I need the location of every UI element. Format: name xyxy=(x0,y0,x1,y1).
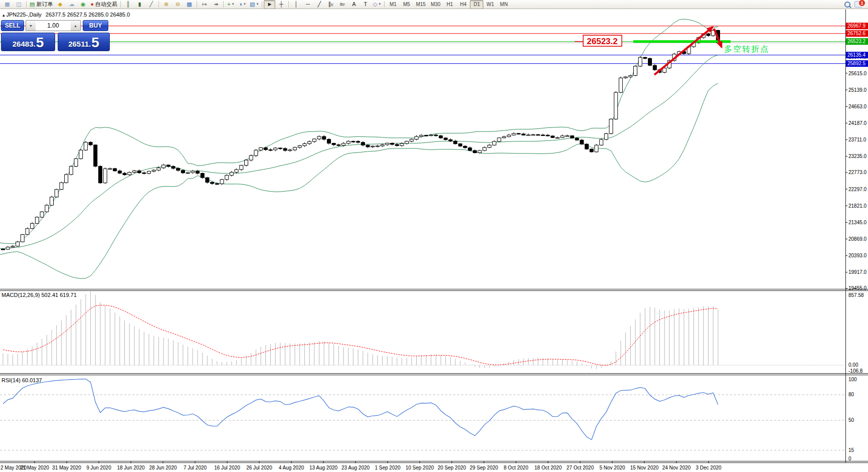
notifications-icon[interactable]: 1 xyxy=(854,1,862,8)
line-chart-icon: ╱ xyxy=(149,1,153,8)
candle-body xyxy=(604,133,608,139)
date-label: 10 Sep 2020 xyxy=(406,465,434,470)
candle-body xyxy=(65,175,68,183)
timeframe-d1[interactable]: D1 xyxy=(470,0,483,9)
chart-window-icon[interactable]: ▦ xyxy=(2,0,13,9)
line-chart-icon[interactable]: ╱ xyxy=(145,0,157,9)
candle-body xyxy=(410,139,413,141)
candle-body xyxy=(483,147,486,150)
candle-body xyxy=(152,170,155,171)
candle-body xyxy=(206,178,209,182)
zoom-in-icon[interactable]: ⊕ xyxy=(160,0,172,9)
candle-body xyxy=(35,217,39,223)
auto-scroll-icon[interactable]: ↠ xyxy=(210,0,222,9)
signals-icon[interactable]: ◉ xyxy=(77,0,89,9)
candle-body xyxy=(337,145,340,146)
candlestick-chart-icon[interactable]: ▮ xyxy=(134,0,145,9)
date-label: 29 Sep 2020 xyxy=(470,465,498,470)
vertical-line-button[interactable]: │ xyxy=(290,0,302,9)
indicators-button[interactable]: +▼ xyxy=(225,0,237,9)
timeframe-m30[interactable]: M30 xyxy=(428,0,443,9)
candle-body xyxy=(488,145,491,147)
text-label-button[interactable]: T xyxy=(360,0,371,9)
equidistant-channel-button[interactable]: ∥E xyxy=(325,0,336,9)
market-data-cloud-icon[interactable]: ☁ xyxy=(66,0,77,9)
candle-body xyxy=(74,159,78,166)
rsi-axis-label: 15 xyxy=(848,447,854,453)
sell-price-display[interactable]: 26483.5 xyxy=(1,33,55,51)
tile-windows-icon[interactable]: ▩ xyxy=(184,0,195,9)
macd-axis-label: 857.58 xyxy=(848,292,864,298)
candle-body xyxy=(312,139,316,141)
rsi-label: RSI(14) 60.0137 xyxy=(2,377,42,383)
dropdown-caret-icon[interactable]: ▼ xyxy=(243,1,246,8)
candle-body xyxy=(497,138,501,141)
dropdown-caret-icon[interactable]: ▼ xyxy=(256,1,259,8)
profile-window-icon[interactable]: ◫ xyxy=(13,0,25,9)
candle-body xyxy=(366,145,370,147)
buy-price-display[interactable]: 26511.5 xyxy=(58,33,110,51)
candle-body xyxy=(357,141,360,142)
price-tick-label: 20393.0 xyxy=(848,253,867,258)
dropdown-caret-icon[interactable]: ▼ xyxy=(232,1,235,8)
candle-body xyxy=(113,169,117,171)
bar-chart-icon[interactable]: ║ xyxy=(122,0,134,9)
candle-body xyxy=(288,150,292,151)
volume-increase-button[interactable]: ▲ xyxy=(71,20,81,31)
trade-panel-prices: 26483.5 26511.5 xyxy=(1,33,110,51)
fibonacci-button[interactable]: ≡F xyxy=(336,0,348,9)
candle-body xyxy=(211,182,214,183)
arrows-shapes-button[interactable]: ◇▼ xyxy=(371,0,383,9)
candle-body xyxy=(293,147,297,150)
sell-button[interactable]: SELL xyxy=(1,20,24,31)
cursor-button[interactable]: ► xyxy=(264,0,275,9)
candle-body xyxy=(527,135,530,136)
timeframe-m5[interactable]: M5 xyxy=(400,0,413,9)
candle-body xyxy=(619,78,622,92)
candle-body xyxy=(103,169,107,183)
date-label: 24 Nov 2020 xyxy=(662,465,691,470)
horizontal-line-button[interactable]: ─ xyxy=(302,0,313,9)
candle-body xyxy=(707,34,710,36)
autotrading-button[interactable]: ●自动交易 xyxy=(89,0,119,9)
dropdown-caret-icon[interactable]: ▼ xyxy=(378,1,381,8)
timeframe-h4[interactable]: H4 xyxy=(456,0,470,9)
timeframe-h1[interactable]: H1 xyxy=(443,0,456,9)
icon-sub-letter: F xyxy=(343,1,345,9)
zoom-out-icon[interactable]: ⊖ xyxy=(172,0,184,9)
templates-button[interactable]: ▧▼ xyxy=(248,0,260,9)
price-tick-label: 23235.0 xyxy=(848,153,867,159)
wallet-icon[interactable]: ◆ xyxy=(54,0,66,9)
new-order-button[interactable]: ▤新订单 xyxy=(28,0,54,9)
cursor-icon: ► xyxy=(267,1,272,8)
timeframe-mn[interactable]: MN xyxy=(497,0,510,9)
search-icon[interactable] xyxy=(844,2,850,8)
candle-body xyxy=(381,145,384,146)
candle-body xyxy=(21,235,24,242)
crosshair-button[interactable]: ┼ xyxy=(275,0,287,9)
timeframe-m1[interactable]: M1 xyxy=(386,0,400,9)
candle-body xyxy=(137,171,141,173)
volume-decrease-button[interactable]: ▼ xyxy=(26,20,36,31)
candle-body xyxy=(575,138,579,140)
candle-body xyxy=(26,229,29,235)
toolbar-separator xyxy=(120,1,121,8)
candle-body xyxy=(147,171,151,173)
timeframe-m15[interactable]: M15 xyxy=(413,0,428,9)
new-order-button-label: 新订单 xyxy=(36,1,53,8)
price-level-label: 26752.6 xyxy=(847,31,866,36)
timeframe-w1[interactable]: W1 xyxy=(483,0,497,9)
trendline-button[interactable]: ╱ xyxy=(313,0,325,9)
symbol-period-label: JPN225-,Daily xyxy=(7,12,42,18)
buy-button[interactable]: BUY xyxy=(83,20,108,31)
text-button[interactable]: A xyxy=(348,0,360,9)
notification-badge: 1 xyxy=(858,0,865,7)
buy-price-big-digit: 5 xyxy=(91,36,99,50)
periods-button[interactable]: ◑▼ xyxy=(237,0,248,9)
collapse-panel-icon[interactable]: ▴ xyxy=(3,13,5,18)
trade-panel-controls: SELL ▼ 1.00 ▲ BUY xyxy=(1,20,110,31)
volume-input[interactable]: 1.00 xyxy=(36,20,71,31)
date-label: 16 Jul 2020 xyxy=(214,465,240,470)
chart-shift-icon[interactable]: ↦ xyxy=(199,0,210,9)
candle-body xyxy=(6,247,10,249)
